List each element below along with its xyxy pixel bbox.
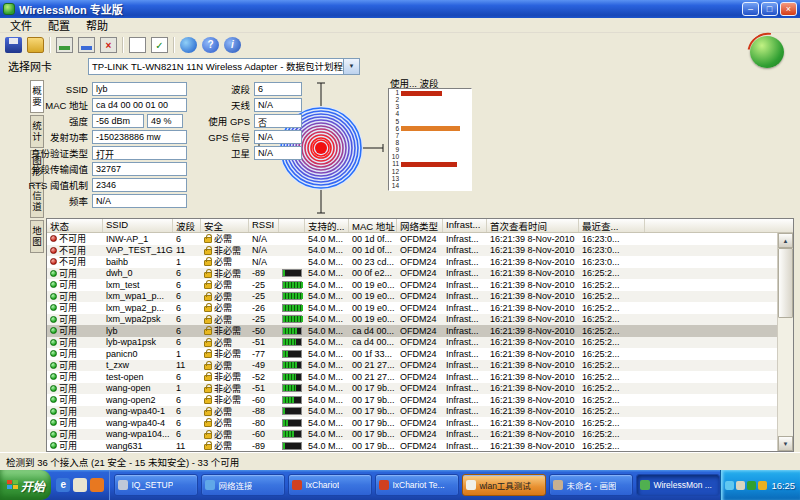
- column-header-6[interactable]: 支持的...: [305, 219, 349, 232]
- table-row[interactable]: 可用lxm_wpa1_p...6必需-2554.0 M...00 19 e0..…: [47, 291, 777, 303]
- save-icon[interactable]: [5, 37, 22, 53]
- taskbar-button-0[interactable]: IQ_SETUP: [114, 474, 198, 496]
- table-row[interactable]: 可用lyb-wpa1psk6必需-5154.0 M...ca d4 00...O…: [47, 337, 777, 349]
- cell-infrastructure: Infrast...: [443, 417, 487, 429]
- combo-dropdown-icon[interactable]: ▼: [343, 59, 359, 74]
- security-label: 非必需: [214, 268, 241, 280]
- cell-network-type: OFDM24: [397, 314, 443, 326]
- column-header-7[interactable]: MAC 地址: [349, 219, 397, 232]
- cell-rssi: -88: [249, 406, 279, 418]
- taskbar-button-1[interactable]: 网络连接: [201, 474, 285, 496]
- lock-icon: [204, 410, 212, 416]
- table-row[interactable]: 可用dwh_06非必需-8954.0 M...00 0f e2...OFDM24…: [47, 268, 777, 280]
- cell-rssi: N/A: [249, 256, 279, 268]
- table-row[interactable]: 可用panicn01非必需-7754.0 M...00 1f 33...OFDM…: [47, 348, 777, 360]
- table-row[interactable]: 可用wang63111必需-8954.0 M...00 17 9b...OFDM…: [47, 440, 777, 451]
- column-header-0[interactable]: 状态: [47, 219, 103, 232]
- field-label: 使用 GPS: [198, 114, 250, 128]
- tray-volume-icon[interactable]: [736, 481, 745, 490]
- column-header-3[interactable]: 安全: [201, 219, 249, 232]
- column-header-1[interactable]: SSID: [103, 219, 173, 232]
- maximize-button[interactable]: □: [761, 2, 778, 16]
- map-globe-icon[interactable]: [180, 37, 197, 53]
- cell-security: 必需: [201, 440, 249, 451]
- table-row[interactable]: 可用lxm_wpa2psk6必需-2554.0 M...00 19 e0...O…: [47, 314, 777, 326]
- cell-security: 必需: [201, 291, 249, 303]
- menu-item-2[interactable]: 帮助: [78, 17, 116, 33]
- table-row[interactable]: 不可用INW-AP_16必需N/A54.0 M...00 1d 0f...OFD…: [47, 233, 777, 245]
- table-row[interactable]: 可用lxm_wpa2_p...6必需-2654.0 M...00 19 e0..…: [47, 302, 777, 314]
- scrollbar-thumb[interactable]: [778, 248, 793, 318]
- task-label: WirelessMon ...: [653, 480, 712, 490]
- task-app-icon: [466, 480, 476, 490]
- adapter-card-icon[interactable]: [56, 37, 73, 53]
- column-header-11[interactable]: 最近查...: [579, 219, 645, 232]
- column-header-8[interactable]: 网络类型: [397, 219, 443, 232]
- taskbar-button-2[interactable]: IxChariot: [288, 474, 372, 496]
- table-scrollbar[interactable]: ▲ ▼: [777, 233, 793, 451]
- about-info-icon[interactable]: [224, 37, 241, 53]
- table-row[interactable]: 可用lyb6非必需-5054.0 M...ca d4 00...OFDM24In…: [47, 325, 777, 337]
- cell-infrastructure: Infrast...: [443, 337, 487, 349]
- summary-field-row: 波段6: [198, 82, 302, 96]
- column-header-2[interactable]: 波段: [173, 219, 201, 232]
- table-row[interactable]: 可用wang-open1非必需-5154.0 M...00 17 9b...OF…: [47, 383, 777, 395]
- reload-adapter-icon[interactable]: [78, 37, 95, 53]
- field-label: 强度: [8, 114, 88, 128]
- taskbar-button-3[interactable]: IxChariot Te...: [375, 474, 459, 496]
- media-player-icon[interactable]: [90, 478, 104, 492]
- table-row[interactable]: 不可用baihb1必需N/A54.0 M...00 23 cd...OFDM24…: [47, 256, 777, 268]
- table-row[interactable]: 可用lxm_test6必需-2554.0 M...00 19 e0...OFDM…: [47, 279, 777, 291]
- column-header-9[interactable]: Infrast...: [443, 219, 487, 232]
- table-row[interactable]: 可用wang-open26非必需-6054.0 M...00 17 9b...O…: [47, 394, 777, 406]
- ie-icon[interactable]: e: [56, 478, 70, 492]
- tray-network-icon[interactable]: [725, 481, 734, 490]
- show-desktop-icon[interactable]: [73, 478, 87, 492]
- taskbar-button-4[interactable]: wlan工具测试: [462, 474, 546, 496]
- scroll-up-icon[interactable]: ▲: [778, 233, 793, 248]
- scroll-down-icon[interactable]: ▼: [778, 436, 793, 451]
- field-value: N/A: [254, 98, 302, 112]
- summary-field-row: 卫星N/A: [198, 146, 302, 160]
- help-icon[interactable]: [202, 37, 219, 53]
- channel-row-10: 10: [390, 154, 470, 160]
- taskbar-button-5[interactable]: 未命名 - 画图: [549, 474, 633, 496]
- cell-first-seen: 16:21:39 8-Nov-2010: [487, 279, 579, 291]
- menu-item-1[interactable]: 配置: [40, 17, 78, 33]
- tray-update-icon[interactable]: [758, 481, 767, 490]
- column-header-4[interactable]: RSSI: [249, 219, 279, 232]
- cell-status: 可用: [47, 314, 103, 326]
- menu-item-0[interactable]: 文件: [2, 17, 40, 33]
- channel-row-12: 12: [390, 169, 470, 175]
- log-page-icon[interactable]: [129, 37, 146, 53]
- start-button[interactable]: 开始: [0, 470, 51, 500]
- channel-label: 12: [390, 169, 399, 175]
- cell-last-seen: 16:25:2...: [579, 383, 645, 395]
- cell-status: 可用: [47, 279, 103, 291]
- open-icon[interactable]: [27, 37, 44, 53]
- taskbar-button-6[interactable]: WirelessMon ...: [636, 474, 720, 496]
- table-row[interactable]: 可用wang-wpa104...6必需-6054.0 M...00 17 9b.…: [47, 429, 777, 441]
- status-label: 不可用: [59, 256, 86, 268]
- cell-signal-graph: [279, 302, 305, 314]
- column-header-10[interactable]: 首次查看时间: [487, 219, 579, 232]
- close-button[interactable]: ×: [780, 2, 797, 16]
- table-row[interactable]: 不可用VAP_TEST_11G11非必需N/A54.0 M...00 1d 0f…: [47, 245, 777, 257]
- cell-last-seen: 16:25:2...: [579, 325, 645, 337]
- table-row[interactable]: 可用wang-wpa40-46必需-8054.0 M...00 17 9b...…: [47, 417, 777, 429]
- adapter-combobox[interactable]: TP-LINK TL-WN821N 11N Wireless Adapter -…: [88, 58, 360, 75]
- side-tab-4[interactable]: 地图: [30, 220, 44, 253]
- checklist-icon[interactable]: [151, 37, 168, 53]
- signal-graph: [282, 327, 302, 335]
- table-row[interactable]: 可用test-open6非必需-5254.0 M...00 21 27...OF…: [47, 371, 777, 383]
- table-row[interactable]: 可用t_zxw11必需-4954.0 M...00 21 27...OFDM24…: [47, 360, 777, 372]
- column-header-5[interactable]: [279, 219, 305, 232]
- disconnect-adapter-icon[interactable]: [100, 37, 117, 53]
- cell-signal-graph: [279, 314, 305, 326]
- tray-antivirus-icon[interactable]: [747, 481, 756, 490]
- task-app-icon: [379, 480, 389, 490]
- table-row[interactable]: 可用wang-wpa40-16必需-8854.0 M...00 17 9b...…: [47, 406, 777, 418]
- status-label: 可用: [59, 337, 77, 349]
- cell-infrastructure: Infrast...: [443, 440, 487, 451]
- minimize-button[interactable]: –: [742, 2, 759, 16]
